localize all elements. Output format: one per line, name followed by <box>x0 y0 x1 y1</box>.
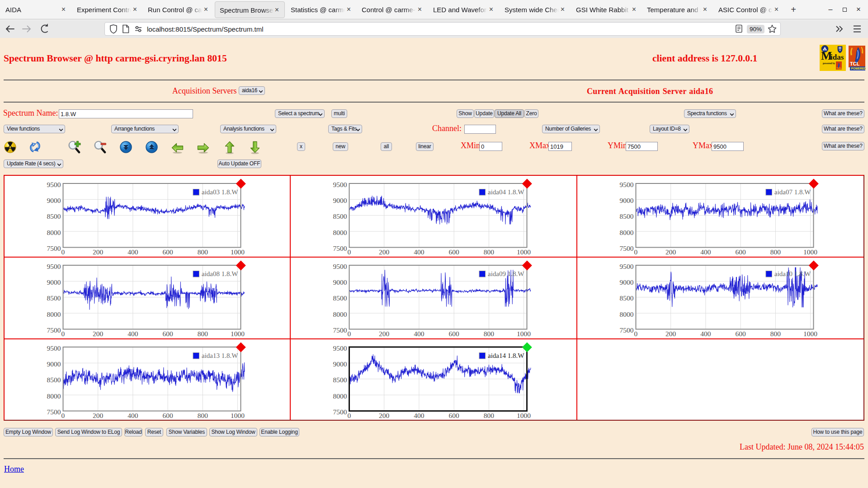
svg-text:8000: 8000 <box>333 229 347 236</box>
svg-text:200: 200 <box>93 330 104 338</box>
svg-text:aida10 1.8.W: aida10 1.8.W <box>774 270 811 277</box>
svg-text:7500: 7500 <box>333 244 347 252</box>
svg-text:800: 800 <box>770 330 781 338</box>
svg-text:9000: 9000 <box>47 360 61 368</box>
svg-text:600: 600 <box>735 248 746 256</box>
svg-text:idas: idas <box>830 53 844 61</box>
svg-text:9000: 9000 <box>47 197 61 204</box>
svg-text:600: 600 <box>449 330 460 338</box>
svg-text:8000: 8000 <box>619 229 633 236</box>
svg-text:8500: 8500 <box>619 212 633 220</box>
svg-text:400: 400 <box>700 330 711 338</box>
svg-text:8500: 8500 <box>333 294 347 302</box>
svg-text:8000: 8000 <box>333 392 347 400</box>
svg-text:600: 600 <box>162 248 173 256</box>
svg-text:7500: 7500 <box>47 326 61 334</box>
svg-text:600: 600 <box>162 412 173 419</box>
svg-text:800: 800 <box>484 248 495 256</box>
svg-text:T C L: T C L <box>837 67 842 70</box>
svg-text:600: 600 <box>449 248 460 256</box>
svg-text:400: 400 <box>127 412 138 419</box>
svg-text:0: 0 <box>61 412 65 419</box>
svg-text:600: 600 <box>449 412 460 419</box>
svg-text:9000: 9000 <box>333 360 347 368</box>
svg-text:aida07 1.8.W: aida07 1.8.W <box>774 188 811 196</box>
svg-text:400: 400 <box>414 248 425 256</box>
svg-text:9500: 9500 <box>333 262 347 270</box>
svg-text:800: 800 <box>198 412 208 419</box>
svg-text:1000: 1000 <box>231 248 245 256</box>
svg-text:400: 400 <box>414 330 425 338</box>
svg-text:200: 200 <box>379 412 390 419</box>
svg-text:0: 0 <box>634 330 637 338</box>
svg-text:9500: 9500 <box>47 344 61 352</box>
svg-text:600: 600 <box>735 330 746 338</box>
svg-text:8500: 8500 <box>333 376 347 384</box>
svg-text:aida09 1.8.W: aida09 1.8.W <box>488 270 524 277</box>
svg-text:7500: 7500 <box>619 326 633 334</box>
svg-text:400: 400 <box>127 248 138 256</box>
svg-text:200: 200 <box>379 330 390 338</box>
svg-text:1000: 1000 <box>517 248 531 256</box>
svg-text:1000: 1000 <box>803 248 817 256</box>
svg-text:8500: 8500 <box>47 212 61 220</box>
svg-text:9500: 9500 <box>619 181 633 188</box>
svg-text:aida04 1.8.W: aida04 1.8.W <box>488 188 524 196</box>
svg-text:200: 200 <box>93 412 104 419</box>
svg-text:1000: 1000 <box>231 330 245 338</box>
svg-text:9000: 9000 <box>47 278 61 286</box>
svg-text:aida08 1.8.W: aida08 1.8.W <box>202 270 238 277</box>
svg-text:0: 0 <box>348 248 351 256</box>
svg-text:7500: 7500 <box>333 408 347 416</box>
svg-text:TCL: TCL <box>850 61 860 66</box>
svg-text:8500: 8500 <box>47 294 61 302</box>
svg-text:7500: 7500 <box>333 326 347 334</box>
svg-text:8000: 8000 <box>619 310 633 318</box>
svg-text:800: 800 <box>770 248 781 256</box>
svg-text:400: 400 <box>127 330 138 338</box>
svg-text:7500: 7500 <box>47 408 61 416</box>
svg-text:0: 0 <box>634 248 637 256</box>
svg-text:aida14 1.8.W: aida14 1.8.W <box>488 352 524 359</box>
svg-text:0: 0 <box>348 412 351 419</box>
svg-text:200: 200 <box>379 248 390 256</box>
svg-text:200: 200 <box>93 248 104 256</box>
svg-text:1000: 1000 <box>517 412 531 419</box>
svg-text:7500: 7500 <box>619 244 633 252</box>
svg-text:8000: 8000 <box>333 310 347 318</box>
svg-text:0: 0 <box>61 248 65 256</box>
svg-text:800: 800 <box>198 248 208 256</box>
svg-text:9000: 9000 <box>333 278 347 286</box>
svg-text:200: 200 <box>665 330 676 338</box>
svg-text:9000: 9000 <box>333 197 347 204</box>
svg-text:9500: 9500 <box>619 262 633 270</box>
svg-text:8000: 8000 <box>47 229 61 236</box>
svg-text:800: 800 <box>484 330 495 338</box>
svg-text:9500: 9500 <box>333 181 347 188</box>
svg-text:400: 400 <box>700 248 711 256</box>
svg-text:800: 800 <box>198 330 208 338</box>
svg-text:9500: 9500 <box>333 344 347 352</box>
svg-text:powered by: powered by <box>823 62 835 65</box>
svg-text:7500: 7500 <box>47 244 61 252</box>
svg-text:9000: 9000 <box>619 197 633 204</box>
svg-text:POWERED: POWERED <box>851 67 866 70</box>
svg-text:9500: 9500 <box>47 181 61 188</box>
svg-text:400: 400 <box>414 412 425 419</box>
svg-text:aida13 1.8.W: aida13 1.8.W <box>202 352 238 359</box>
svg-text:1000: 1000 <box>803 330 817 338</box>
svg-text:0: 0 <box>348 330 351 338</box>
svg-text:600: 600 <box>162 330 173 338</box>
svg-text:8500: 8500 <box>619 294 633 302</box>
svg-text:8000: 8000 <box>47 392 61 400</box>
svg-text:aida03 1.8.W: aida03 1.8.W <box>202 188 238 196</box>
svg-text:8500: 8500 <box>47 376 61 384</box>
svg-text:1000: 1000 <box>517 330 531 338</box>
svg-text:8500: 8500 <box>333 212 347 220</box>
svg-text:8000: 8000 <box>47 310 61 318</box>
svg-text:1000: 1000 <box>231 412 245 419</box>
svg-text:200: 200 <box>665 248 676 256</box>
svg-text:0: 0 <box>61 330 65 338</box>
svg-text:800: 800 <box>484 412 495 419</box>
svg-text:9500: 9500 <box>47 262 61 270</box>
